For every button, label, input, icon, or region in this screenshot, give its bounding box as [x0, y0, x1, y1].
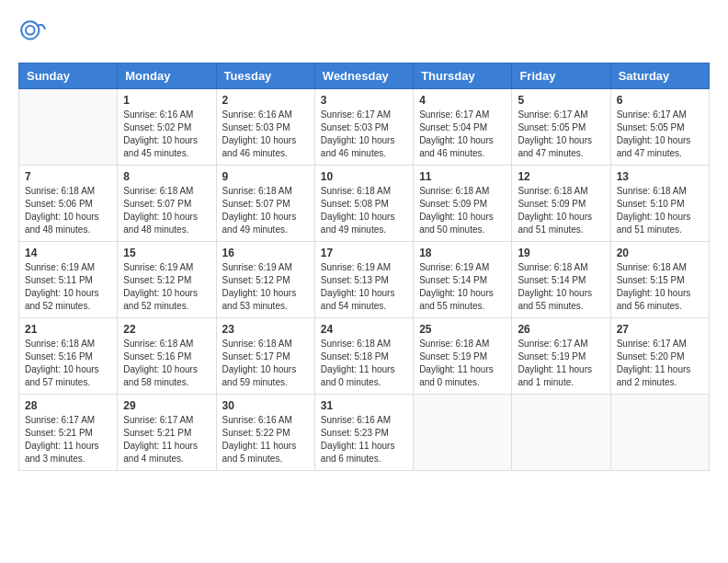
day-number: 19: [518, 247, 604, 259]
day-number: 25: [419, 323, 506, 336]
day-info: Sunrise: 6:19 AM Sunset: 5:11 PM Dayligh…: [25, 261, 111, 313]
calendar-cell: 30Sunrise: 6:16 AM Sunset: 5:22 PM Dayli…: [216, 395, 314, 471]
day-info: Sunrise: 6:18 AM Sunset: 5:16 PM Dayligh…: [25, 338, 111, 389]
day-number: 4: [419, 94, 506, 107]
day-number: 2: [222, 94, 309, 107]
calendar-cell: [610, 395, 709, 471]
calendar-cell: 26Sunrise: 6:17 AM Sunset: 5:19 PM Dayli…: [512, 318, 610, 395]
calendar-cell: 3Sunrise: 6:17 AM Sunset: 5:03 PM Daylig…: [314, 89, 413, 166]
calendar-cell: 9Sunrise: 6:18 AM Sunset: 5:07 PM Daylig…: [216, 166, 314, 242]
day-number: 6: [617, 94, 703, 107]
calendar-cell: 17Sunrise: 6:19 AM Sunset: 5:13 PM Dayli…: [314, 242, 413, 318]
day-info: Sunrise: 6:18 AM Sunset: 5:14 PM Dayligh…: [518, 261, 604, 313]
calendar-header-row: SundayMondayTuesdayWednesdayThursdayFrid…: [19, 63, 710, 89]
day-number: 8: [123, 170, 210, 183]
day-header-saturday: Saturday: [610, 63, 709, 89]
day-number: 28: [25, 399, 111, 412]
day-number: 1: [123, 94, 210, 107]
svg-point-0: [21, 21, 39, 39]
day-info: Sunrise: 6:19 AM Sunset: 5:12 PM Dayligh…: [123, 261, 210, 313]
day-number: 26: [518, 323, 604, 336]
calendar-cell: 6Sunrise: 6:17 AM Sunset: 5:05 PM Daylig…: [610, 89, 709, 166]
calendar-cell: 12Sunrise: 6:18 AM Sunset: 5:09 PM Dayli…: [512, 166, 610, 242]
calendar-cell: 28Sunrise: 6:17 AM Sunset: 5:21 PM Dayli…: [19, 395, 118, 471]
day-info: Sunrise: 6:17 AM Sunset: 5:05 PM Dayligh…: [518, 109, 604, 160]
calendar-week-row: 7Sunrise: 6:18 AM Sunset: 5:06 PM Daylig…: [19, 166, 710, 242]
calendar-cell: 31Sunrise: 6:16 AM Sunset: 5:23 PM Dayli…: [314, 395, 413, 471]
calendar-cell: 14Sunrise: 6:19 AM Sunset: 5:11 PM Dayli…: [19, 242, 118, 318]
calendar-cell: 8Sunrise: 6:18 AM Sunset: 5:07 PM Daylig…: [118, 166, 216, 242]
calendar-cell: 13Sunrise: 6:18 AM Sunset: 5:10 PM Dayli…: [610, 166, 709, 242]
day-info: Sunrise: 6:16 AM Sunset: 5:23 PM Dayligh…: [321, 414, 407, 465]
day-header-wednesday: Wednesday: [314, 63, 413, 89]
calendar-cell: [414, 395, 512, 471]
calendar-cell: 25Sunrise: 6:18 AM Sunset: 5:19 PM Dayli…: [414, 318, 512, 395]
day-header-tuesday: Tuesday: [216, 63, 314, 89]
day-info: Sunrise: 6:19 AM Sunset: 5:13 PM Dayligh…: [321, 261, 407, 313]
svg-point-1: [26, 26, 35, 35]
day-header-friday: Friday: [512, 63, 610, 89]
calendar-cell: [19, 89, 118, 166]
day-info: Sunrise: 6:17 AM Sunset: 5:05 PM Dayligh…: [617, 109, 703, 160]
calendar-cell: 10Sunrise: 6:18 AM Sunset: 5:08 PM Dayli…: [314, 166, 413, 242]
day-info: Sunrise: 6:17 AM Sunset: 5:21 PM Dayligh…: [25, 414, 111, 465]
day-number: 30: [222, 399, 309, 412]
day-info: Sunrise: 6:18 AM Sunset: 5:19 PM Dayligh…: [419, 338, 506, 389]
calendar-table: SundayMondayTuesdayWednesdayThursdayFrid…: [18, 63, 710, 471]
day-number: 13: [617, 170, 703, 183]
day-number: 17: [321, 247, 407, 259]
day-info: Sunrise: 6:18 AM Sunset: 5:15 PM Dayligh…: [617, 261, 703, 313]
day-number: 11: [419, 170, 506, 183]
calendar-cell: 27Sunrise: 6:17 AM Sunset: 5:20 PM Dayli…: [610, 318, 709, 395]
calendar-cell: 5Sunrise: 6:17 AM Sunset: 5:05 PM Daylig…: [512, 89, 610, 166]
day-info: Sunrise: 6:18 AM Sunset: 5:09 PM Dayligh…: [419, 185, 506, 236]
calendar-cell: 20Sunrise: 6:18 AM Sunset: 5:15 PM Dayli…: [610, 242, 709, 318]
day-info: Sunrise: 6:18 AM Sunset: 5:09 PM Dayligh…: [518, 185, 604, 236]
calendar-cell: 11Sunrise: 6:18 AM Sunset: 5:09 PM Dayli…: [414, 166, 512, 242]
day-number: 20: [617, 247, 703, 259]
day-number: 16: [222, 247, 309, 259]
day-number: 14: [25, 247, 111, 259]
calendar-cell: 16Sunrise: 6:19 AM Sunset: 5:12 PM Dayli…: [216, 242, 314, 318]
calendar-cell: 21Sunrise: 6:18 AM Sunset: 5:16 PM Dayli…: [19, 318, 118, 395]
calendar-cell: 23Sunrise: 6:18 AM Sunset: 5:17 PM Dayli…: [216, 318, 314, 395]
calendar-cell: 24Sunrise: 6:18 AM Sunset: 5:18 PM Dayli…: [314, 318, 413, 395]
day-info: Sunrise: 6:16 AM Sunset: 5:03 PM Dayligh…: [222, 109, 309, 160]
calendar-cell: 4Sunrise: 6:17 AM Sunset: 5:04 PM Daylig…: [414, 89, 512, 166]
calendar-cell: 22Sunrise: 6:18 AM Sunset: 5:16 PM Dayli…: [118, 318, 216, 395]
calendar-cell: 7Sunrise: 6:18 AM Sunset: 5:06 PM Daylig…: [19, 166, 118, 242]
calendar-cell: 1Sunrise: 6:16 AM Sunset: 5:02 PM Daylig…: [118, 89, 216, 166]
calendar-week-row: 21Sunrise: 6:18 AM Sunset: 5:16 PM Dayli…: [19, 318, 710, 395]
day-info: Sunrise: 6:18 AM Sunset: 5:06 PM Dayligh…: [25, 185, 111, 236]
day-number: 9: [222, 170, 309, 183]
day-number: 27: [617, 323, 703, 336]
day-info: Sunrise: 6:19 AM Sunset: 5:12 PM Dayligh…: [222, 261, 309, 313]
day-number: 12: [518, 170, 604, 183]
calendar-cell: 15Sunrise: 6:19 AM Sunset: 5:12 PM Dayli…: [118, 242, 216, 318]
logo: [18, 18, 51, 48]
day-info: Sunrise: 6:17 AM Sunset: 5:03 PM Dayligh…: [321, 109, 407, 160]
day-info: Sunrise: 6:18 AM Sunset: 5:07 PM Dayligh…: [222, 185, 309, 236]
page-header: [18, 18, 710, 48]
day-header-sunday: Sunday: [19, 63, 118, 89]
day-info: Sunrise: 6:19 AM Sunset: 5:14 PM Dayligh…: [419, 261, 506, 313]
day-info: Sunrise: 6:17 AM Sunset: 5:19 PM Dayligh…: [518, 338, 604, 389]
day-number: 21: [25, 323, 111, 336]
calendar-week-row: 28Sunrise: 6:17 AM Sunset: 5:21 PM Dayli…: [19, 395, 710, 471]
day-number: 7: [25, 170, 111, 183]
day-info: Sunrise: 6:18 AM Sunset: 5:07 PM Dayligh…: [123, 185, 210, 236]
day-info: Sunrise: 6:18 AM Sunset: 5:08 PM Dayligh…: [321, 185, 407, 236]
day-info: Sunrise: 6:17 AM Sunset: 5:21 PM Dayligh…: [123, 414, 210, 465]
day-number: 31: [321, 399, 407, 412]
day-info: Sunrise: 6:18 AM Sunset: 5:10 PM Dayligh…: [617, 185, 703, 236]
day-header-monday: Monday: [118, 63, 216, 89]
calendar-week-row: 1Sunrise: 6:16 AM Sunset: 5:02 PM Daylig…: [19, 89, 710, 166]
calendar-cell: 19Sunrise: 6:18 AM Sunset: 5:14 PM Dayli…: [512, 242, 610, 318]
day-info: Sunrise: 6:16 AM Sunset: 5:02 PM Dayligh…: [123, 109, 210, 160]
day-info: Sunrise: 6:17 AM Sunset: 5:04 PM Dayligh…: [419, 109, 506, 160]
day-number: 22: [123, 323, 210, 336]
day-number: 15: [123, 247, 210, 259]
day-info: Sunrise: 6:16 AM Sunset: 5:22 PM Dayligh…: [222, 414, 309, 465]
day-number: 29: [123, 399, 210, 412]
calendar-cell: 18Sunrise: 6:19 AM Sunset: 5:14 PM Dayli…: [414, 242, 512, 318]
